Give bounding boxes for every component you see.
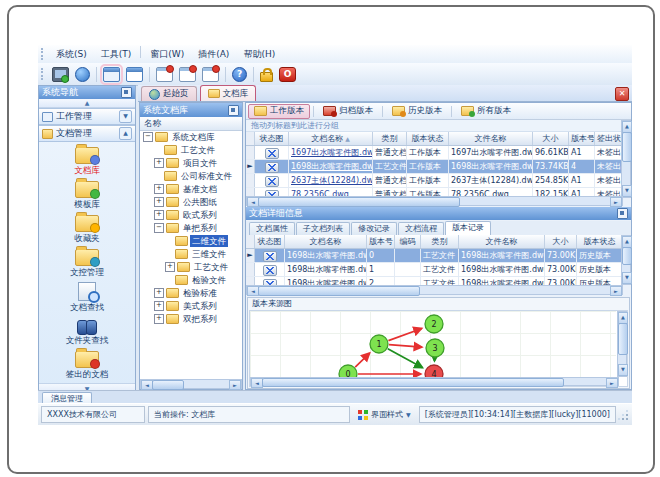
column-header[interactable]: 版本号 <box>569 132 595 145</box>
menu-item[interactable]: 工具(T) <box>94 46 139 63</box>
tree-expander-icon[interactable]: − <box>154 223 164 233</box>
version-button-历史版本[interactable]: 历史版本 <box>386 104 448 119</box>
menu-grip-handle[interactable] <box>41 48 46 60</box>
tree-node[interactable]: 二维文件 <box>140 234 242 247</box>
documents-table-vscrollbar[interactable]: ▲ ▼ <box>621 120 631 198</box>
menu-item[interactable]: 窗口(W) <box>143 46 191 63</box>
exit-icon[interactable] <box>279 67 296 82</box>
table-row[interactable]: 2637主体(12284).dwg普通文档工作版本2637主体(12284).d… <box>246 174 623 188</box>
tree-expander-icon[interactable]: + <box>154 210 164 220</box>
column-header[interactable]: 版本状态 <box>577 235 623 248</box>
column-header[interactable]: 类别 <box>373 132 407 145</box>
chevron-up-icon[interactable]: ▲ <box>119 127 132 140</box>
tree-node[interactable]: +工艺文件 <box>140 260 242 273</box>
sidebar-item-签出的文档[interactable]: 签出的文档 <box>42 349 132 383</box>
detail-tab-版本记录[interactable]: 版本记录 <box>445 221 491 235</box>
scrollbar-thumb[interactable] <box>622 132 632 162</box>
column-header[interactable]: 文档名称 <box>285 235 367 248</box>
tree-column-header[interactable]: 名称 <box>140 117 242 131</box>
sidebar-item-文档查找[interactable]: 文档查找 <box>42 281 132 315</box>
tree-node[interactable]: +双把系列 <box>140 312 242 325</box>
column-header[interactable]: 签出状态 <box>595 132 623 145</box>
column-header[interactable]: 状态图 <box>255 235 285 248</box>
tree-horizontal-scrollbar[interactable]: ◄ ► <box>140 379 242 389</box>
close-tab-icon[interactable]: ✕ <box>615 87 629 101</box>
tree-node[interactable]: 检验文件 <box>140 273 242 286</box>
version-table-vscrollbar[interactable]: ▲ ▼ <box>621 235 631 285</box>
tree-expander-icon[interactable]: + <box>154 314 164 324</box>
interface-style-dropdown[interactable]: 界面样式 ▼ <box>353 407 416 422</box>
table-row[interactable]: ►1698出水嘴零件图.dwg工艺文件工作版本1698出水嘴零件图.dwg73.… <box>246 160 623 174</box>
sidebar-item-文档库[interactable]: 文档库 <box>42 145 132 179</box>
lock-icon[interactable] <box>260 72 273 82</box>
tree-expander-icon[interactable]: + <box>165 262 175 272</box>
help-icon[interactable] <box>232 67 247 82</box>
tree-node[interactable]: 三维文件 <box>140 247 242 260</box>
tree-node[interactable]: +公共图纸 <box>140 195 242 208</box>
toolbar-grip-handle[interactable] <box>41 68 46 80</box>
detail-tab-文档属性[interactable]: 文档属性 <box>249 222 295 235</box>
table-row[interactable]: 1698出水嘴零件图.dwg2工艺文件1698出水嘴零件图.dwg73.00KB… <box>246 277 623 285</box>
scroll-down-icon[interactable]: ▼ <box>622 185 632 197</box>
scroll-down-icon[interactable]: ▼ <box>622 272 632 284</box>
window-list-icon[interactable] <box>126 67 143 82</box>
graph-hscrollbar[interactable]: ◄ ► <box>250 377 619 386</box>
column-header[interactable]: 版本号 <box>367 235 395 248</box>
globe-icon[interactable] <box>75 67 90 82</box>
sidebar-group-documents[interactable]: 文档管理▲ <box>39 125 135 142</box>
detail-panel-pin-icon[interactable] <box>617 208 628 219</box>
scroll-right-icon[interactable]: ► <box>229 380 241 390</box>
detail-tab-修改记录[interactable]: 修改记录 <box>351 222 397 235</box>
tree-node[interactable]: 公司标准文件 <box>140 169 242 182</box>
close-doc-icon[interactable] <box>156 67 173 82</box>
tree-node[interactable]: +检验标准 <box>140 286 242 299</box>
sidebar-item-文控管理[interactable]: 文控管理 <box>42 247 132 281</box>
table-row[interactable]: 1697出水嘴零件图.dwg普通文档工作版本1697出水嘴零件图.dwg96.6… <box>246 146 623 160</box>
version-button-工作版本[interactable]: 工作版本 <box>248 104 310 119</box>
menu-item[interactable]: 插件(A) <box>191 46 236 63</box>
scroll-right-icon[interactable]: ► <box>610 197 622 207</box>
display-icon[interactable] <box>52 67 69 82</box>
sidebar-item-模板库[interactable]: 模板库 <box>42 179 132 213</box>
tree-expander-icon[interactable]: + <box>154 158 164 168</box>
tree-node[interactable]: +基准文档 <box>140 182 242 195</box>
version-button-归档版本[interactable]: 归档版本 <box>317 104 379 119</box>
scrollbar-thumb[interactable] <box>152 380 184 390</box>
tree-expander-icon[interactable]: + <box>154 288 164 298</box>
version-table-hscrollbar[interactable]: ◄ ► <box>246 285 623 295</box>
menu-item[interactable]: 帮助(H) <box>236 46 282 63</box>
tree-expander-icon[interactable]: + <box>154 197 164 207</box>
tree-node[interactable]: 工艺文件 <box>140 143 242 156</box>
scroll-right-icon[interactable]: ► <box>606 378 618 388</box>
version-button-所有版本[interactable]: 所有版本 <box>455 104 517 119</box>
column-header[interactable]: 版本状态 <box>407 132 449 145</box>
tree-node[interactable]: +欧式系列 <box>140 208 242 221</box>
scroll-right-icon[interactable]: ► <box>610 286 622 296</box>
tree-panel-pin-icon[interactable] <box>228 105 239 116</box>
table-row[interactable]: ►1698出水嘴零件图.dwg0工艺文件1698出水嘴零件图.dwg73.00K… <box>246 249 623 263</box>
sidebar-group-work[interactable]: 工作管理▼ <box>39 108 135 125</box>
close-all-icon[interactable] <box>179 67 196 82</box>
detail-tab-子文档列表[interactable]: 子文档列表 <box>296 222 350 235</box>
detail-tab-文档流程[interactable]: 文档流程 <box>398 222 444 235</box>
tree-node[interactable]: −单把系列 <box>140 221 242 234</box>
tree-expander-icon[interactable]: + <box>154 301 164 311</box>
menu-item[interactable]: 系统(S) <box>49 46 94 63</box>
table-row[interactable]: 1698出水嘴零件图.dwg1工艺文件1698出水嘴零件图.dwg73.00KB… <box>246 263 623 277</box>
column-header[interactable]: 大小 <box>533 132 569 145</box>
close-other-icon[interactable] <box>202 67 219 82</box>
column-header[interactable]: 文件名称 <box>459 235 545 248</box>
resize-grip[interactable] <box>619 407 629 422</box>
scroll-down-icon[interactable]: ▼ <box>618 364 628 376</box>
tab-文档库[interactable]: 文档库 <box>200 85 257 101</box>
scrollbar-thumb[interactable] <box>618 323 628 355</box>
version-graph-canvas[interactable]: 01234 ▲ ▼ ◄ ► <box>249 310 628 387</box>
column-header[interactable]: 文件名称 <box>449 132 533 145</box>
scrollbar-thumb[interactable] <box>258 197 460 207</box>
chevron-down-icon[interactable]: ▼ <box>119 110 132 123</box>
sidebar-pin-icon[interactable] <box>121 87 132 98</box>
scrollbar-thumb[interactable] <box>622 247 632 265</box>
tree-node[interactable]: +美式系列 <box>140 299 242 312</box>
sidebar-scroll-up[interactable]: ▲ <box>39 99 135 108</box>
graph-vscrollbar[interactable]: ▲ ▼ <box>617 311 627 377</box>
